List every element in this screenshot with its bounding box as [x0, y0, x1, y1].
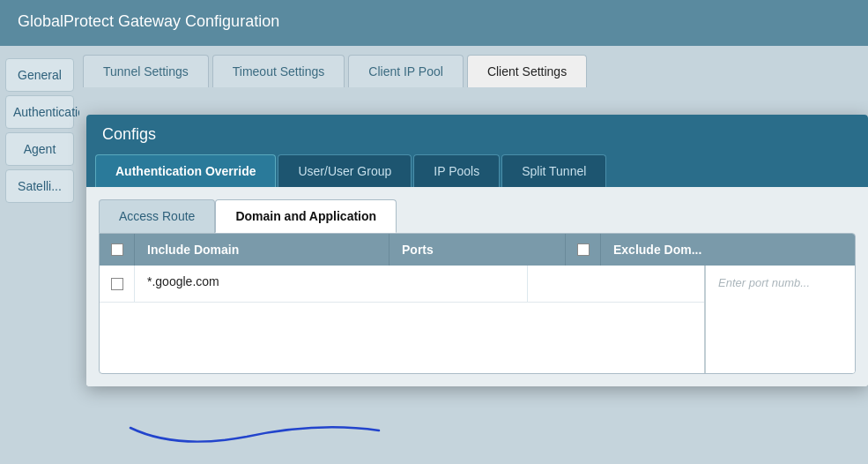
- th-exclude-domain: Exclude Dom...: [601, 234, 855, 266]
- th-include-domain: Include Domain: [135, 234, 389, 266]
- tab-authentication-override[interactable]: Authentication Override: [95, 154, 276, 187]
- exclude-domain-body: Enter port numb...: [706, 266, 855, 299]
- row-ports-cell: [528, 266, 704, 302]
- exclude-port-placeholder: Enter port numb...: [718, 276, 810, 289]
- sub-tabs: Access Route Domain and Application: [99, 199, 856, 233]
- table-header: Include Domain Ports Exclude Dom...: [100, 234, 855, 266]
- sidebar: General Authentication Agent Satelli...: [0, 46, 79, 464]
- app-title: GlobalProtect Gateway Configuration: [18, 12, 279, 30]
- configs-header: Configs: [86, 115, 868, 154]
- sidebar-item-authentication[interactable]: Authentication: [5, 95, 74, 129]
- include-domain-table: *.google.com: [100, 266, 705, 373]
- tab-user-user-group[interactable]: User/User Group: [278, 154, 412, 187]
- sidebar-item-agent[interactable]: Agent: [5, 132, 74, 166]
- configs-modal: Configs Authentication Override User/Use…: [86, 115, 868, 386]
- row-domain-cell: *.google.com: [135, 266, 528, 302]
- exclude-domain-table: Enter port numb...: [705, 266, 855, 373]
- th-ports: Ports: [389, 234, 566, 266]
- tab-ip-pools[interactable]: IP Pools: [413, 154, 500, 187]
- header-checkbox-exclude[interactable]: [577, 243, 590, 256]
- th-check-exclude: [566, 234, 601, 266]
- tab-client-ip-pool[interactable]: Client IP Pool: [348, 55, 464, 87]
- configs-tabs: Authentication Override User/User Group …: [86, 154, 868, 187]
- sidebar-item-general[interactable]: General: [5, 58, 74, 92]
- table-body: *.google.com Enter port numb...: [100, 266, 855, 373]
- tab-tunnel-settings[interactable]: Tunnel Settings: [83, 55, 209, 87]
- th-check-include: [100, 234, 135, 266]
- app-title-bar: GlobalProtect Gateway Configuration: [0, 0, 868, 46]
- row-checkbox-cell: [100, 266, 135, 302]
- sidebar-item-satellite[interactable]: Satelli...: [5, 169, 74, 203]
- top-tabs: Tunnel Settings Timeout Settings Client …: [79, 55, 859, 87]
- tab-client-settings[interactable]: Client Settings: [467, 55, 587, 87]
- domain-table: Include Domain Ports Exclude Dom...: [99, 233, 856, 374]
- tab-timeout-settings[interactable]: Timeout Settings: [212, 55, 345, 87]
- subtab-domain-and-application[interactable]: Domain and Application: [215, 199, 397, 233]
- configs-body: Access Route Domain and Application Incl…: [86, 187, 868, 386]
- tab-split-tunnel[interactable]: Split Tunnel: [501, 154, 606, 187]
- empty-area: [100, 303, 704, 373]
- row-checkbox[interactable]: [111, 278, 123, 290]
- header-checkbox-include[interactable]: [111, 243, 123, 256]
- table-row: *.google.com: [100, 266, 704, 303]
- subtab-access-route[interactable]: Access Route: [99, 199, 215, 233]
